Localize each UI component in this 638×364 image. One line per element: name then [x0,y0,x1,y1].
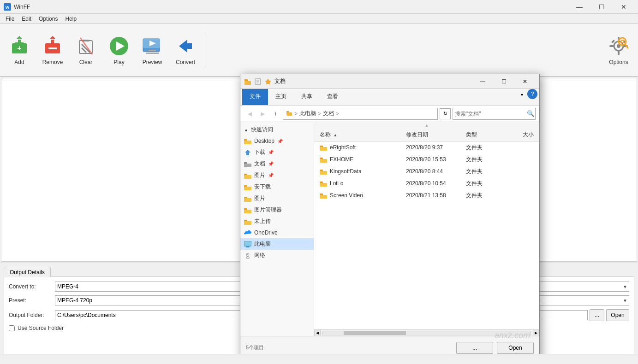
col-name[interactable]: 名称 ▲ [316,131,402,139]
svg-rect-47 [244,164,251,167]
menu-file[interactable]: File [2,15,18,23]
open-folder-button[interactable]: Open [606,309,629,321]
sidebar-item-downloads[interactable]: 下载 📌 [240,147,314,158]
sidebar-item-andown[interactable]: 安下载 [240,181,314,193]
search-box: 🔍 [453,108,536,120]
toolbar: + Add Remove Clear [0,24,638,77]
dialog-dots-button[interactable]: ... [456,342,493,354]
svg-text:+: + [17,44,21,52]
menu-help[interactable]: Help [61,15,80,23]
pin-icon-3: 📌 [268,161,274,166]
close-button[interactable]: ✕ [613,0,634,14]
sort-arrow: ▲ [333,133,337,137]
nav-back-button[interactable]: ◀ [244,108,255,119]
file-row[interactable]: FXHOME 2020/8/20 15:53 文件夹 [314,153,539,165]
svg-rect-66 [320,147,327,151]
preview-button[interactable]: Preview [137,27,168,73]
nav-refresh-button[interactable]: ↻ [440,108,451,119]
filelist-header: 名称 ▲ 修改日期 类型 大小 [314,129,539,141]
sidebar-item-thispc[interactable]: 此电脑 [240,238,314,250]
browse-button[interactable]: ... [590,309,604,321]
ribbon-tab-file[interactable]: 文件 [242,89,268,105]
ribbon-collapse-button[interactable]: ▾ [516,89,527,100]
ribbon-tab-home[interactable]: 主页 [268,89,294,105]
file-type-cell: 文件夹 [462,192,509,200]
search-input[interactable] [453,111,526,117]
play-button[interactable]: Play [103,27,135,73]
nav-forward-button[interactable]: ▶ [257,108,268,119]
svg-rect-9 [51,40,54,46]
pin-icon-4: 📌 [268,173,274,178]
svg-marker-3 [17,36,22,39]
svg-text:W: W [6,5,10,10]
clear-button[interactable]: Clear [70,27,101,73]
breadcrumb-pc[interactable]: 此电脑 [299,110,316,117]
svg-rect-10 [48,47,57,49]
play-label: Play [113,59,124,65]
convert-button[interactable]: Convert [170,27,201,73]
sidebar-item-pending[interactable]: 未上传 [240,216,314,227]
svg-rect-68 [320,159,327,163]
file-row[interactable]: KingsoftData 2020/8/20 8:44 文件夹 [314,165,539,177]
dialog-title-left: 文档 [244,77,286,85]
col-date[interactable]: 修改日期 [402,131,462,139]
add-button[interactable]: + Add [4,27,35,73]
sidebar-item-images[interactable]: 图片 [240,193,314,204]
dialog-open-button[interactable]: Open [497,342,534,354]
scroll-left-button[interactable]: ◀ [314,330,321,336]
file-type-cell: 文件夹 [462,144,509,152]
scroll-right-button[interactable]: ▶ [533,330,539,336]
file-row[interactable]: eRightSoft 2020/8/20 9:37 文件夹 [314,141,539,153]
options-button[interactable]: Options [603,27,634,73]
svg-rect-35 [244,81,251,85]
sidebar-item-imgmgr[interactable]: 图片管理器 [240,204,314,216]
svg-rect-21 [146,53,159,54]
sidebar-item-pictures[interactable]: 图片 📌 [240,170,314,181]
svg-point-32 [621,40,624,43]
file-dialog: 文档 — ☐ ✕ 文件 主页 共享 查看 ▾ ? ◀ ▶ ↑ > 此电脑 > 文… [240,74,540,359]
dialog-minimize-button[interactable]: — [472,74,493,89]
ribbon-tab-view[interactable]: 查看 [320,89,346,105]
file-count-label: 5个项目 [246,344,264,351]
hscroll-thumb[interactable] [344,331,406,335]
ribbon-help-button[interactable]: ? [527,89,537,99]
file-type-cell: 文件夹 [462,168,509,176]
sidebar-item-onedrive[interactable]: OneDrive [240,227,314,238]
filelist-body: eRightSoft 2020/8/20 9:37 文件夹 FXHOME 202… [314,141,539,329]
breadcrumb-docs[interactable]: 文档 [323,110,334,117]
file-date-cell: 2020/8/20 10:54 [402,180,462,187]
col-type[interactable]: 类型 [462,131,509,139]
imgmgr-folder-icon [244,206,251,214]
menu-edit[interactable]: Edit [18,15,35,23]
use-source-checkbox[interactable] [9,325,15,331]
sidebar-item-documents[interactable]: 文档 📌 [240,158,314,170]
ribbon-tab-share[interactable]: 共享 [294,89,320,105]
file-row[interactable]: LoiLo 2020/8/20 10:54 文件夹 [314,177,539,189]
sidebar-item-desktop[interactable]: Desktop 📌 [240,135,314,147]
sidebar-item-network[interactable]: 网络 [240,250,314,261]
output-details-tab[interactable]: Output Details [4,267,51,277]
quick-access-label: 快速访问 [251,126,273,134]
dialog-maximize-button[interactable]: ☐ [493,74,514,89]
dialog-title-icon3 [264,78,272,85]
andown-folder-icon [244,183,251,191]
nav-up-button[interactable]: ↑ [270,108,281,119]
svg-marker-22 [179,40,192,53]
use-source-label[interactable]: Use Source Folder [18,325,64,331]
dialog-title-text: 文档 [274,77,286,85]
file-name-cell: KingsoftData [316,168,402,175]
dialog-filelist: ▲ 名称 ▲ 修改日期 类型 大小 [314,122,539,336]
minimize-button[interactable]: — [569,0,590,14]
dialog-close-button[interactable]: ✕ [514,74,536,89]
convert-to-label: Convert to: [9,283,55,290]
remove-button[interactable]: Remove [37,27,68,73]
maximize-button[interactable]: ☐ [591,0,612,14]
convert-icon [174,35,197,57]
preset-label: Preset: [9,297,55,304]
file-row[interactable]: Screen Video 2020/8/21 13:58 文件夹 [314,189,539,201]
svg-rect-72 [320,183,327,187]
file-name-cell: FXHOME [316,156,402,163]
col-size[interactable]: 大小 [509,131,537,139]
search-button[interactable]: 🔍 [526,108,535,119]
menu-options[interactable]: Options [35,15,61,23]
